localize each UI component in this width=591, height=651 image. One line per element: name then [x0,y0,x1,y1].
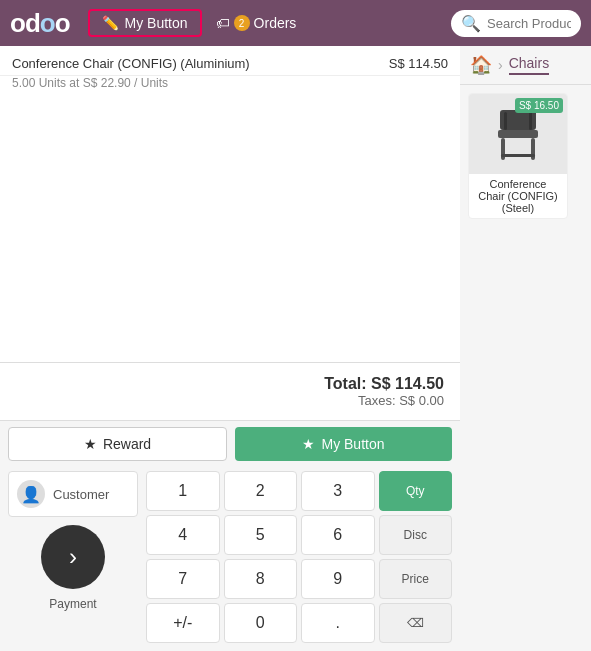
payment-button[interactable]: › [41,525,105,589]
reward-label: Reward [103,436,151,452]
payment-label: Payment [49,597,96,611]
header: odoo ✏️ My Button 🏷 2 Orders 🔍 [0,0,591,46]
search-bar[interactable]: 🔍 [451,10,581,37]
totals-area: Total: S$ 114.50 Taxes: S$ 0.00 [0,363,460,420]
product-image-area: S$ 16.50 [469,94,567,174]
breadcrumb-separator: › [498,57,503,73]
search-icon: 🔍 [461,14,481,33]
numpad-key-9[interactable]: 9 [301,559,375,599]
customer-row[interactable]: 👤 Customer [8,471,138,517]
chevron-right-icon: › [69,543,77,571]
breadcrumb-current[interactable]: Chairs [509,55,549,75]
order-area: Conference Chair (CONFIG) (Aluminium) S$… [0,46,460,363]
numpad-key-3[interactable]: 3 [301,471,375,511]
numpad-key-6[interactable]: 6 [301,515,375,555]
svg-rect-4 [501,154,535,157]
order-item-name: Conference Chair (CONFIG) (Aluminium) [12,56,250,71]
numpad-key-[interactable]: +/- [146,603,220,643]
numpad-key-Disc[interactable]: Disc [379,515,453,555]
orders-badge: 2 [234,15,250,31]
search-input[interactable] [487,16,571,31]
numpad-area: 👤 Customer › Payment 123Qty456Disc789Pri… [0,467,460,651]
my-button-header-label: My Button [125,15,188,31]
order-item-sub: 5.00 Units at S$ 22.90 / Units [0,76,460,98]
product-grid: S$ 16.50 Conference Chair (CONFIG) (Stee… [460,85,591,227]
numpad-key-Price[interactable]: Price [379,559,453,599]
star-icon-green: ★ [302,436,315,452]
my-button-header[interactable]: ✏️ My Button [88,9,202,37]
bottom-controls: ★ Reward ★ My Button 👤 Customer › [0,420,460,651]
tax-line: Taxes: S$ 0.00 [16,393,444,408]
numpad-key-1[interactable]: 1 [146,471,220,511]
right-panel: 🏠 › Chairs S$ 16.50 Conference Chair (CO… [460,46,591,651]
product-name: Conference Chair (CONFIG) (Steel) [469,174,567,218]
order-item-price: S$ 114.50 [389,56,448,71]
numpad-key-Qty[interactable]: Qty [379,471,453,511]
numpad-key-2[interactable]: 2 [224,471,298,511]
my-button-green-label: My Button [321,436,384,452]
breadcrumb: 🏠 › Chairs [460,46,591,85]
numpad-key-5[interactable]: 5 [224,515,298,555]
customer-label: Customer [53,487,109,502]
numpad-key-4[interactable]: 4 [146,515,220,555]
orders-button[interactable]: 🏷 2 Orders [216,15,297,31]
numpad-key-7[interactable]: 7 [146,559,220,599]
total-line: Total: S$ 114.50 [16,375,444,393]
numpad-grid: 123Qty456Disc789Price+/-0.⌫ [146,471,452,643]
svg-rect-0 [498,130,538,138]
order-item-row[interactable]: Conference Chair (CONFIG) (Aluminium) S$… [0,46,460,76]
numpad-key-8[interactable]: 8 [224,559,298,599]
product-card[interactable]: S$ 16.50 Conference Chair (CONFIG) (Stee… [468,93,568,219]
product-price-badge: S$ 16.50 [515,98,563,113]
numpad-key-[interactable]: . [301,603,375,643]
svg-rect-5 [504,112,507,130]
numpad-key-[interactable]: ⌫ [379,603,453,643]
customer-section: 👤 Customer › Payment [8,471,138,643]
orders-label: Orders [254,15,297,31]
numpad-key-0[interactable]: 0 [224,603,298,643]
odoo-logo: odoo [10,8,70,39]
my-button-green[interactable]: ★ My Button [235,427,452,461]
star-icon: ★ [84,436,97,452]
pencil-icon: ✏️ [102,15,119,31]
customer-icon: 👤 [17,480,45,508]
home-icon[interactable]: 🏠 [470,54,492,76]
left-panel: Conference Chair (CONFIG) (Aluminium) S$… [0,46,460,651]
svg-rect-6 [529,112,532,130]
reward-button[interactable]: ★ Reward [8,427,227,461]
tag-icon: 🏷 [216,15,230,31]
main-content: Conference Chair (CONFIG) (Aluminium) S$… [0,46,591,651]
action-btn-row: ★ Reward ★ My Button [0,421,460,467]
